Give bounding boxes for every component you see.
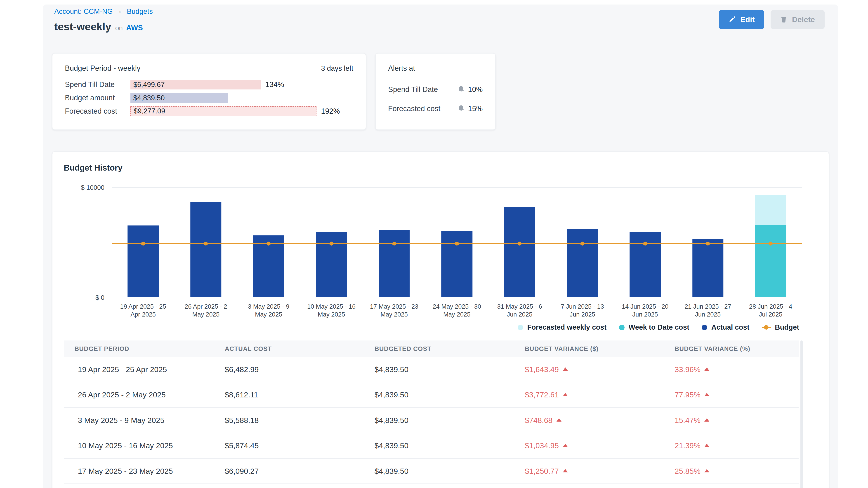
budget-detail-page: Account: CCM-NG › Budgets test-weekly on… <box>0 0 868 488</box>
cell-variance-usd: $748.68 <box>525 416 675 425</box>
legend-item[interactable]: Budget <box>762 323 799 331</box>
actual-cost-bar[interactable] <box>190 202 221 297</box>
alert-threshold: 10% <box>468 86 483 94</box>
legend-item[interactable]: Actual cost <box>702 323 749 331</box>
alert-rows: Spend Till Date 10% Forecasted cost <box>388 85 483 114</box>
delete-button-label: Delete <box>792 15 815 24</box>
up-arrow-icon <box>557 418 561 422</box>
legend-marker <box>702 325 707 330</box>
page-content: Budget Period - weekly 3 days left Spend… <box>43 42 838 488</box>
alert-threshold: 15% <box>468 105 483 113</box>
alert-label: Spend Till Date <box>388 86 458 94</box>
breadcrumb-budgets-link[interactable]: Budgets <box>127 7 153 15</box>
budget-metric-rows: Spend Till Date $6,499.67 134% Budget am… <box>65 80 353 116</box>
header-actions: Edit Delete <box>719 10 825 29</box>
up-arrow-icon <box>563 367 568 371</box>
actual-cost-bar[interactable] <box>692 239 723 297</box>
chart-bar-group[interactable] <box>488 187 551 297</box>
legend-item[interactable]: Forecasted weekly cost <box>518 323 607 331</box>
table-row: 17 May 2025 - 23 May 2025 $6,090.27 $4,8… <box>64 459 799 484</box>
week-to-date-bar[interactable] <box>755 225 786 297</box>
up-arrow-icon <box>704 418 709 422</box>
budget-point <box>455 241 459 246</box>
edit-button-label: Edit <box>740 15 755 24</box>
chart-legend: Forecasted weekly cost Week to Date cost… <box>64 323 817 331</box>
budget-history-chart: $ 10000 $ 0 19 Apr 2025 - 25 Apr 202526 … <box>64 187 817 318</box>
cell-actual-cost: $6,090.27 <box>225 467 375 476</box>
chart-bar-group[interactable] <box>614 187 677 297</box>
budget-history-table: BUDGET PERIOD ACTUAL COST BUDGETED COST … <box>64 340 817 484</box>
cell-budget-period: 3 May 2025 - 9 May 2025 <box>74 416 225 425</box>
actual-cost-bar[interactable] <box>128 225 159 297</box>
cell-variance-usd: $3,772.61 <box>525 390 675 399</box>
table-row: 3 May 2025 - 9 May 2025 $5,588.18 $4,839… <box>64 408 799 433</box>
breadcrumb-account-link[interactable]: Account: CCM-NG <box>54 7 113 15</box>
cell-variance-usd: $1,643.49 <box>525 365 675 374</box>
chart-x-label: 28 Jun 2025 - 4 Jul 2025 <box>739 302 802 318</box>
budget-metric-value: $9,277.09 <box>131 107 165 115</box>
up-arrow-icon <box>563 469 568 473</box>
budget-metric-row: Spend Till Date $6,499.67 134% <box>65 80 353 90</box>
actual-cost-bar[interactable] <box>379 230 410 297</box>
budget-metric-value: $4,839.50 <box>130 94 165 102</box>
alerts-title: Alerts at <box>388 64 483 72</box>
main-container: Account: CCM-NG › Budgets test-weekly on… <box>43 4 838 488</box>
table-scrollbar[interactable] <box>800 340 803 488</box>
legend-item[interactable]: Week to Date cost <box>619 323 689 331</box>
chart-bar-group[interactable] <box>426 187 488 297</box>
variance-pct-value: 33.96% <box>675 365 701 374</box>
actual-cost-bar[interactable] <box>567 229 598 297</box>
cell-actual-cost: $5,874.45 <box>225 441 375 450</box>
chart-bar-group[interactable] <box>739 187 802 297</box>
budget-history-title: Budget History <box>64 163 817 173</box>
bell-icon <box>458 104 465 114</box>
table-body: 19 Apr 2025 - 25 Apr 2025 $6,482.99 $4,8… <box>64 357 817 484</box>
cell-budgeted-cost: $4,839.50 <box>375 441 525 450</box>
budget-metric-bar: $9,277.09 <box>130 106 316 116</box>
variance-pct-value: 77.95% <box>675 390 701 399</box>
chart-bar-group[interactable] <box>112 187 175 297</box>
up-arrow-icon <box>704 469 709 473</box>
actual-cost-bar[interactable] <box>441 231 473 297</box>
chart-x-label: 24 May 2025 - 30 May 2025 <box>426 302 488 318</box>
cell-variance-pct: 25.85% <box>675 467 799 476</box>
up-arrow-icon <box>704 367 709 371</box>
budget-metric-label: Forecasted cost <box>65 107 130 116</box>
budget-point <box>706 241 710 246</box>
table-row: 10 May 2025 - 16 May 2025 $5,874.45 $4,8… <box>64 433 799 459</box>
chart-bar-group[interactable] <box>363 187 426 297</box>
table-header-cell: ACTUAL COST <box>225 345 375 352</box>
cell-variance-usd: $1,034.95 <box>525 441 675 450</box>
chart-bar-group[interactable] <box>175 187 237 297</box>
chart-x-label: 31 May 2025 - 6 Jun 2025 <box>488 302 551 318</box>
legend-label: Week to Date cost <box>629 323 689 331</box>
alerts-card: Alerts at Spend Till Date 10% <box>375 53 496 130</box>
chart-x-label: 7 Jun 2025 - 13 Jun 2025 <box>551 302 614 318</box>
page-title: test-weekly <box>54 21 111 33</box>
chart-plot <box>112 187 802 297</box>
budget-metric-value: $6,499.67 <box>130 80 165 89</box>
edit-button[interactable]: Edit <box>719 10 764 29</box>
pencil-icon <box>728 16 736 23</box>
cell-variance-usd: $1,250.77 <box>525 467 675 476</box>
cell-actual-cost: $5,588.18 <box>225 416 375 425</box>
variance-usd-value: $1,643.49 <box>525 365 559 374</box>
chart-bar-group[interactable] <box>237 187 300 297</box>
up-arrow-icon <box>563 393 568 396</box>
y-axis-min-label: $ 0 <box>64 294 104 301</box>
variance-usd-value: $3,772.61 <box>525 390 559 399</box>
on-label: on <box>115 24 123 32</box>
cell-variance-pct: 33.96% <box>675 365 799 374</box>
chart-x-label: 19 Apr 2025 - 25 Apr 2025 <box>112 302 175 318</box>
chart-bar-group[interactable] <box>551 187 614 297</box>
chart-bar-group[interactable] <box>677 187 739 297</box>
bell-icon <box>458 85 465 95</box>
budget-metric-bar: $4,839.50 <box>130 93 228 103</box>
page-header: Account: CCM-NG › Budgets test-weekly on… <box>43 4 838 42</box>
days-left-label: 3 days left <box>321 64 353 72</box>
actual-cost-bar[interactable] <box>504 207 535 297</box>
variance-usd-value: $1,034.95 <box>525 441 559 450</box>
cell-actual-cost: $8,612.11 <box>225 390 375 399</box>
delete-button[interactable]: Delete <box>771 10 825 29</box>
chart-bar-group[interactable] <box>300 187 363 297</box>
